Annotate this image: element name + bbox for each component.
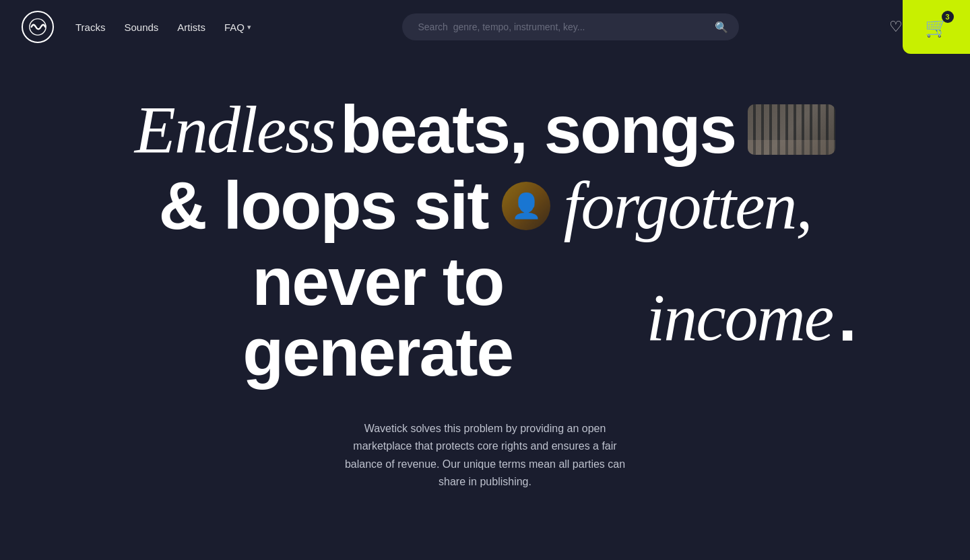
hero-word-beats: beats, songs — [340, 94, 736, 165]
hero-line-3: never to generate income. — [115, 246, 855, 388]
nav-link-artists[interactable]: Artists — [177, 22, 205, 33]
nav-link-sounds[interactable]: Sounds — [124, 22, 158, 33]
nav-link-faq[interactable]: FAQ ▾ — [224, 22, 251, 33]
search-icon: 🔍 — [715, 21, 728, 34]
chevron-down-icon: ▾ — [247, 23, 251, 32]
search-input[interactable] — [402, 13, 739, 40]
hero-section: Endless beats, songs & loops sit forgott… — [0, 54, 970, 518]
hero-word-loops: & loops sit — [158, 170, 488, 241]
person-avatar — [502, 182, 550, 230]
hero-word-endless: Endless — [135, 94, 335, 165]
cart-button[interactable]: 🛒 3 — [903, 0, 970, 54]
cart-icon-wrapper: 🛒 3 — [925, 16, 948, 38]
keyboard-image — [748, 104, 835, 155]
navbar: Tracks Sounds Artists FAQ ▾ 🔍 ♡ 👤 ▾ 🛒 3 — [0, 0, 970, 54]
hero-subtitle: Wavetick solves this problem by providin… — [337, 420, 633, 491]
logo[interactable] — [22, 11, 54, 43]
hero-word-forgotten: forgotten, — [564, 170, 812, 241]
favorites-icon[interactable]: ♡ — [889, 18, 903, 36]
hero-line-2: & loops sit forgotten, — [115, 170, 855, 241]
hero-word-income: income — [646, 282, 833, 353]
hero-word-generate: never to generate — [115, 246, 641, 388]
nav-link-tracks[interactable]: Tracks — [75, 22, 105, 33]
nav-links: Tracks Sounds Artists FAQ ▾ — [75, 22, 251, 33]
hero-line-1: Endless beats, songs — [115, 94, 855, 165]
hero-headline: Endless beats, songs & loops sit forgott… — [115, 94, 855, 388]
hero-period: . — [838, 282, 855, 353]
cart-badge: 3 — [942, 11, 954, 23]
navbar-left: Tracks Sounds Artists FAQ ▾ — [22, 11, 251, 43]
search-container: 🔍 — [402, 13, 739, 40]
